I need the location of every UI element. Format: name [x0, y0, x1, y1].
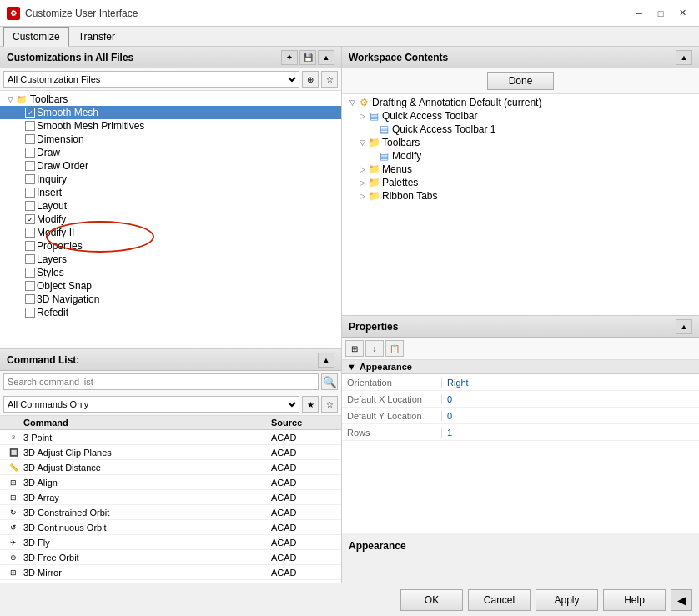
checkbox-dim[interactable]	[25, 134, 35, 144]
expander-ws-menus[interactable]: ▷	[357, 163, 367, 175]
checkbox-mod[interactable]: ✓	[25, 214, 35, 224]
props-value-rows[interactable]: 1	[442, 428, 699, 438]
props-collapse-icon[interactable]: ▲	[676, 319, 692, 334]
list-item[interactable]: 📏 3D Adjust Distance ACAD	[0, 460, 341, 475]
search-input[interactable]	[3, 373, 319, 390]
list-item[interactable]: ↕ 3D Move ACAD	[0, 580, 341, 583]
props-value-default-x[interactable]: 0	[442, 394, 699, 404]
tree-item-layers[interactable]: Layers	[0, 253, 341, 266]
maximize-button[interactable]: □	[651, 5, 671, 22]
checkbox-lay[interactable]	[25, 201, 35, 211]
tree-item-obj-snap[interactable]: Object Snap	[0, 279, 341, 293]
props-value-default-y[interactable]: 0	[442, 411, 699, 421]
ws-tree-item-modify[interactable]: ▤ Modify	[342, 149, 699, 163]
tree-label-inq: Inquiry	[37, 173, 67, 185]
tree-item-styles[interactable]: Styles	[0, 266, 341, 279]
tree-item-layout[interactable]: Layout	[0, 199, 341, 213]
ws-tree-item-qat[interactable]: ▷ ▤ Quick Access Toolbar	[342, 109, 699, 123]
tree-item-refedit[interactable]: Refedit	[0, 306, 341, 319]
list-item[interactable]: ⊟ 3D Array ACAD	[0, 490, 341, 505]
tree-item-modify-ii[interactable]: Modify II	[0, 226, 341, 239]
props-value-orientation[interactable]: Right	[442, 378, 699, 388]
minimize-button[interactable]: ─	[629, 5, 649, 22]
list-item[interactable]: ✈ 3D Fly ACAD	[0, 535, 341, 550]
checkbox-ins[interactable]	[25, 188, 35, 198]
cancel-button[interactable]: Cancel	[468, 589, 531, 611]
list-item[interactable]: 3 3 Point ACAD	[0, 430, 341, 445]
ws-tree-item-drafting[interactable]: ▽ ⚙ Drafting & Annotation Default (curre…	[342, 96, 699, 109]
props-btn-2[interactable]: ↕	[365, 340, 384, 357]
list-item[interactable]: ⊕ 3D Free Orbit ACAD	[0, 550, 341, 565]
expander-sty	[15, 267, 25, 278]
customizations-tree[interactable]: ▽ 📁 Toolbars ✓ Smooth Mesh Smooth Mesh P…	[0, 91, 341, 348]
filter-icon-1[interactable]: ⊕	[302, 71, 319, 88]
tab-transfer[interactable]: Transfer	[69, 27, 124, 46]
tree-item-inquiry[interactable]: Inquiry	[0, 173, 341, 186]
expander-ws-toolbars[interactable]: ▽	[357, 137, 367, 148]
tree-item-draw[interactable]: Draw	[0, 146, 341, 159]
expander-drafting[interactable]: ▽	[347, 97, 357, 108]
ws-tree-item-qat1[interactable]: ▤ Quick Access Toolbar 1	[342, 123, 699, 136]
tree-label-dim: Dimension	[37, 133, 84, 145]
customization-filter-select[interactable]: All Customization Files	[3, 71, 299, 88]
workspace-collapse-icon[interactable]: ▲	[676, 50, 692, 65]
tree-item-dimension[interactable]: Dimension	[0, 133, 341, 146]
tree-item-smooth-mesh-prim[interactable]: Smooth Mesh Primitives	[0, 119, 341, 133]
expander-ws-palettes[interactable]: ▷	[357, 177, 367, 188]
workspace-tree[interactable]: ▽ ⚙ Drafting & Annotation Default (curre…	[342, 94, 699, 315]
ws-tree-item-toolbars[interactable]: ▽ 📁 Toolbars	[342, 136, 699, 149]
props-btn-3[interactable]: 📋	[385, 340, 404, 357]
star-icon-1[interactable]: ★	[302, 396, 319, 413]
apply-button[interactable]: Apply	[536, 589, 598, 611]
star-icon-2[interactable]: ☆	[321, 396, 338, 413]
ws-tree-item-ribbon-tabs[interactable]: ▷ 📁 Ribbon Tabs	[342, 189, 699, 203]
checkbox-ref[interactable]	[25, 308, 35, 318]
list-item[interactable]: ⊞ 3D Mirror ACAD	[0, 565, 341, 580]
filter-icon-2[interactable]: ☆	[321, 71, 338, 88]
expander-lay	[15, 200, 25, 212]
checkbox-lyr[interactable]	[25, 254, 35, 264]
appearance-bottom-label: Appearance	[349, 540, 406, 552]
checkbox-dro[interactable]	[25, 161, 35, 171]
tree-item-draw-order[interactable]: Draw Order	[0, 159, 341, 173]
checkbox-prop[interactable]	[25, 241, 35, 251]
list-item[interactable]: 🔲 3D Adjust Clip Planes ACAD	[0, 445, 341, 460]
expander-toolbars[interactable]: ▽	[5, 93, 15, 105]
checkbox-mod2[interactable]	[25, 228, 35, 238]
help-button[interactable]: Help	[603, 589, 666, 611]
done-button[interactable]: Done	[487, 72, 554, 90]
tree-item-properties[interactable]: Properties	[0, 239, 341, 253]
new-icon[interactable]: ✦	[281, 50, 298, 65]
command-filter-dropdown[interactable]: All Commands Only	[3, 396, 299, 413]
cmd-collapse-icon[interactable]: ▲	[318, 353, 334, 368]
tree-item-3d-nav[interactable]: 3D Navigation	[0, 293, 341, 306]
checkbox-3dn[interactable]	[25, 294, 35, 304]
list-item[interactable]: ↻ 3D Constrained Orbit ACAD	[0, 505, 341, 520]
cmd-icon-array: ⊟	[3, 492, 23, 503]
checkbox-draw[interactable]	[25, 148, 35, 158]
tree-item-insert[interactable]: Insert	[0, 186, 341, 199]
tree-item-smooth-mesh[interactable]: ✓ Smooth Mesh	[0, 106, 341, 119]
save-icon[interactable]: 💾	[299, 50, 316, 65]
close-button[interactable]: ✕	[672, 5, 692, 22]
ws-tree-item-palettes[interactable]: ▷ 📁 Palettes	[342, 176, 699, 189]
tree-label-lay: Layout	[37, 200, 67, 212]
search-button[interactable]: 🔍	[321, 373, 338, 390]
tree-item-modify[interactable]: ✓ Modify	[0, 213, 341, 226]
checkbox-smp[interactable]	[25, 121, 35, 131]
tree-item-toolbars[interactable]: ▽ 📁 Toolbars	[0, 93, 341, 106]
list-item[interactable]: ⊞ 3D Align ACAD	[0, 475, 341, 490]
tab-customize[interactable]: Customize	[3, 27, 69, 47]
checkbox-os[interactable]	[25, 281, 35, 291]
ws-tree-item-menus[interactable]: ▷ 📁 Menus	[342, 163, 699, 176]
list-item[interactable]: ↺ 3D Continuous Orbit ACAD	[0, 520, 341, 535]
command-list-body[interactable]: 3 3 Point ACAD 🔲 3D Adjust Clip Planes A…	[0, 430, 341, 583]
nav-back-button[interactable]: ◀	[671, 589, 692, 611]
checkbox-smooth-mesh[interactable]: ✓	[25, 108, 35, 118]
expander-ws-ribbon[interactable]: ▷	[357, 190, 367, 202]
checkbox-inq[interactable]	[25, 174, 35, 184]
collapse-icon[interactable]: ▲	[318, 50, 334, 65]
ok-button[interactable]: OK	[400, 589, 463, 611]
props-btn-1[interactable]: ⊞	[345, 340, 364, 357]
checkbox-sty[interactable]	[25, 268, 35, 278]
